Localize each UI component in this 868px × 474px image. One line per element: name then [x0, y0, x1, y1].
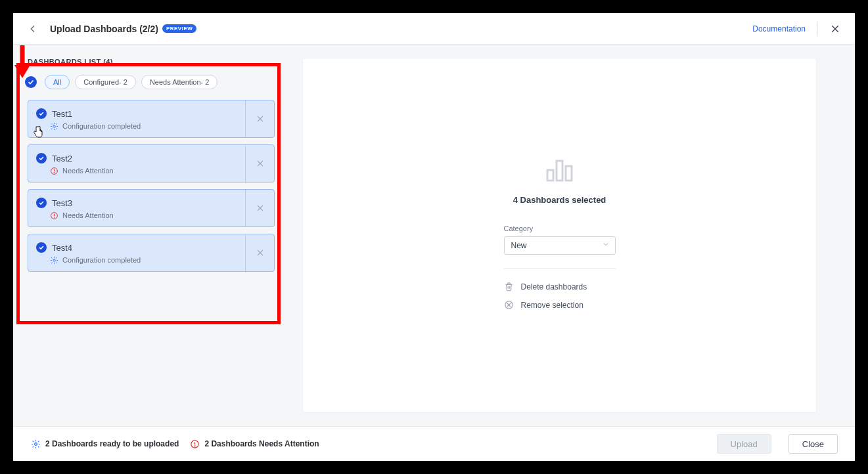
close-button[interactable]	[827, 21, 843, 37]
dashboards-list-pane: DASHBOARDS LIST (4) All Configured- 2 Ne…	[13, 45, 289, 426]
checkbox-selected-icon[interactable]	[36, 242, 47, 253]
dashboard-card-main: Test4Configuration completed	[28, 234, 245, 271]
checkbox-selected-icon[interactable]	[36, 153, 47, 163]
category-select[interactable]: New	[504, 236, 616, 255]
dashboards-list: Test1Configuration completedTest2Needs A…	[28, 100, 275, 272]
checkbox-selected-icon[interactable]	[36, 198, 47, 208]
alert-circle-icon	[189, 439, 200, 449]
app-frame: Upload Dashboards (2/2) PREVIEW Document…	[13, 13, 855, 461]
svg-point-12	[54, 217, 55, 217]
selection-details-card: 4 Dashboards selected Category New	[302, 58, 817, 413]
list-title: DASHBOARDS LIST (4)	[28, 58, 275, 66]
dashboard-status: Configuration completed	[62, 256, 141, 264]
remove-dashboard-button[interactable]	[245, 100, 274, 137]
selected-count-title: 4 Dashboards selected	[513, 195, 606, 205]
dashboard-card-main: Test2Needs Attention	[28, 145, 245, 182]
back-button[interactable]	[25, 21, 41, 37]
svg-point-7	[54, 172, 55, 173]
gear-icon	[49, 121, 58, 131]
filter-chip-all[interactable]: All	[45, 75, 70, 89]
svg-point-24	[34, 442, 37, 445]
dashboard-name: Test3	[52, 198, 72, 208]
checkbox-selected-icon[interactable]	[36, 108, 47, 119]
header: Upload Dashboards (2/2) PREVIEW Document…	[13, 13, 855, 45]
header-divider	[817, 22, 818, 36]
footer: 2 Dashboards ready to be uploaded 2 Dash…	[13, 426, 855, 461]
page-title: Upload Dashboards (2/2)	[50, 24, 158, 34]
svg-point-27	[194, 445, 195, 446]
svg-point-15	[53, 259, 55, 261]
close-footer-button[interactable]: Close	[788, 434, 838, 454]
remove-dashboard-button[interactable]	[245, 190, 274, 226]
chevron-down-icon	[602, 240, 610, 250]
filters-row: All Configured- 2 Needs Attention- 2	[28, 75, 275, 89]
filter-chip-needs-attention[interactable]: Needs Attention- 2	[141, 75, 218, 89]
details-pane: 4 Dashboards selected Category New	[289, 45, 855, 426]
dashboard-card[interactable]: Test3Needs Attention	[28, 189, 275, 227]
category-field: Category New	[504, 225, 616, 255]
dashboard-status: Needs Attention	[62, 167, 114, 175]
svg-point-2	[53, 125, 55, 127]
select-all-checkbox[interactable]	[25, 76, 37, 88]
dashboard-card-main: Test1Configuration completed	[28, 100, 245, 137]
category-value: New	[511, 241, 527, 250]
footer-status-ready-label: 2 Dashboards ready to be uploaded	[45, 439, 179, 448]
dashboard-name: Test2	[52, 154, 72, 163]
trash-icon	[504, 282, 514, 292]
footer-status-attention: 2 Dashboards Needs Attention	[189, 439, 319, 449]
remove-selection-button[interactable]: Remove selection	[504, 296, 616, 314]
alert-circle-icon	[49, 211, 58, 220]
documentation-link[interactable]: Documentation	[752, 24, 806, 33]
remove-dashboard-button[interactable]	[245, 234, 274, 271]
svg-rect-19	[557, 161, 562, 181]
dashboard-name: Test1	[52, 109, 72, 119]
gear-icon	[30, 439, 41, 449]
footer-status-ready: 2 Dashboards ready to be uploaded	[30, 439, 179, 449]
body: DASHBOARDS LIST (4) All Configured- 2 Ne…	[13, 45, 855, 426]
svg-rect-20	[566, 166, 572, 181]
category-label: Category	[504, 225, 616, 232]
delete-dashboards-button[interactable]: Delete dashboards	[504, 278, 616, 296]
dashboard-status: Needs Attention	[62, 211, 114, 219]
divider	[504, 268, 616, 269]
alert-circle-icon	[49, 166, 58, 175]
dashboard-name: Test4	[52, 243, 72, 253]
remove-dashboard-button[interactable]	[245, 145, 274, 182]
dashboard-card[interactable]: Test2Needs Attention	[28, 144, 275, 183]
dashboard-card[interactable]: Test4Configuration completed	[28, 234, 275, 272]
filter-chip-configured[interactable]: Configured- 2	[75, 75, 136, 89]
remove-circle-icon	[504, 300, 514, 311]
preview-badge: PREVIEW	[162, 24, 196, 33]
remove-selection-label: Remove selection	[521, 301, 583, 310]
dashboard-card[interactable]: Test1Configuration completed	[28, 100, 275, 138]
gear-icon	[49, 255, 58, 265]
footer-status-attention-label: 2 Dashboards Needs Attention	[204, 439, 319, 448]
dashboards-icon	[544, 157, 576, 186]
dashboard-status: Configuration completed	[62, 122, 141, 130]
svg-rect-18	[547, 170, 553, 181]
delete-dashboards-label: Delete dashboards	[521, 282, 587, 291]
upload-button[interactable]: Upload	[717, 434, 771, 454]
dashboard-card-main: Test3Needs Attention	[28, 190, 245, 226]
